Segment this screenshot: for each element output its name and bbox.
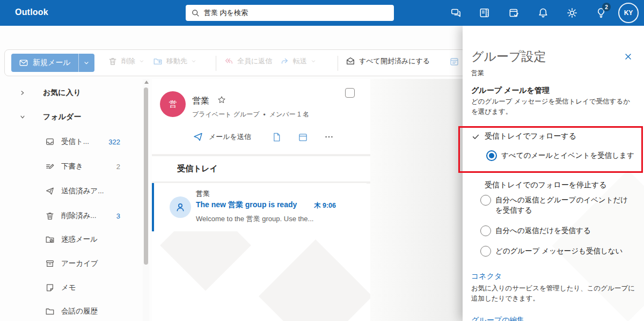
folder-move-icon bbox=[153, 56, 163, 66]
reply-all-button[interactable]: 全員に返信 bbox=[224, 56, 272, 66]
edit-group-link[interactable]: グループの編集 bbox=[471, 316, 524, 321]
sidebar-item-conversation-history[interactable]: 会話の履歴 bbox=[0, 302, 141, 320]
files-icon[interactable] bbox=[272, 132, 282, 142]
radio-unselected-icon bbox=[480, 195, 491, 206]
close-icon[interactable] bbox=[624, 53, 632, 61]
forward-button[interactable]: 転送 bbox=[280, 56, 316, 66]
sidebar-item-sent[interactable]: 送信済みア... bbox=[0, 182, 141, 200]
tasks-calendar-icon[interactable] bbox=[508, 6, 521, 19]
group-header-card: 営 営業 プライベート グループ • メンバー 1 名 メールを送信 bbox=[152, 81, 367, 154]
favorite-star-icon[interactable] bbox=[217, 96, 226, 104]
drafts-label: 下書き bbox=[61, 162, 83, 171]
notifications-bell-icon[interactable] bbox=[537, 6, 550, 19]
message-list-pane: 営 営業 プライベート グループ • メンバー 1 名 メールを送信 bbox=[152, 79, 370, 321]
move-to-button[interactable]: 移動先 bbox=[153, 56, 196, 66]
radio-replies-and-events-label: 自分への返信とグループのイベントだけを受信する bbox=[495, 195, 632, 215]
search-icon bbox=[191, 9, 200, 17]
send-mail-label[interactable]: メールを送信 bbox=[209, 132, 251, 142]
message-sender: 営業 bbox=[196, 189, 210, 199]
new-mail-button[interactable]: 新規メール bbox=[11, 54, 94, 72]
radio-replies-only[interactable]: 自分への返信だけを受信する bbox=[480, 225, 632, 236]
new-mail-dropdown[interactable] bbox=[78, 54, 94, 72]
sidebar-item-drafts[interactable]: 下書き 2 bbox=[0, 157, 141, 176]
sidebar-item-folders[interactable]: フォルダー bbox=[0, 108, 141, 126]
manage-mail-description: どのグループ メッセージを受信トレイで受信するかを選びます。 bbox=[471, 97, 636, 117]
radio-unselected-icon bbox=[480, 246, 491, 257]
search-input[interactable]: 営業 内を検索 bbox=[186, 5, 394, 21]
inbox-title: 受信トレイ bbox=[177, 164, 218, 174]
message-preview: Welcome to the 営業 group. Use the... bbox=[196, 214, 313, 224]
radio-replies-only-label: 自分への返信だけを受信する bbox=[495, 225, 591, 236]
mark-all-read-button[interactable]: すべて開封済みにする bbox=[346, 56, 430, 66]
chevron-right-icon bbox=[19, 90, 26, 96]
group-name: 営業 bbox=[192, 96, 209, 107]
forward-label: 転送 bbox=[293, 56, 307, 66]
folder-sidebar: お気に入り フォルダー 受信ト... 322 下書き 2 bbox=[0, 79, 152, 321]
chat-icon[interactable] bbox=[450, 6, 463, 19]
chevron-down-icon bbox=[311, 59, 316, 64]
drafts-count: 2 bbox=[101, 163, 120, 171]
favorites-label: お気に入り bbox=[43, 88, 81, 98]
tips-badge: 2 bbox=[602, 3, 611, 11]
trash-icon bbox=[45, 211, 55, 221]
sidebar-item-inbox[interactable]: 受信ト... 322 bbox=[0, 133, 141, 151]
tips-lightbulb-icon[interactable]: 2 bbox=[595, 6, 608, 19]
new-mail-label: 新規メール bbox=[33, 58, 71, 68]
scrollbar-thumb[interactable] bbox=[144, 87, 148, 265]
radio-all-mail-events[interactable]: すべてのメールとイベントを受信します bbox=[486, 150, 636, 161]
message-time: 木 9:06 bbox=[314, 201, 336, 210]
message-list-item[interactable]: 営業 The new 営業 group is ready 木 9:06 Welc… bbox=[152, 183, 367, 231]
trash-icon bbox=[108, 56, 118, 66]
reply-all-label: 全員に返信 bbox=[237, 56, 272, 66]
sync-partial-icon bbox=[449, 56, 460, 67]
group-subtitle: プライベート グループ • メンバー 1 名 bbox=[192, 110, 309, 119]
inbox-icon bbox=[45, 137, 55, 147]
inbox-label: 受信ト... bbox=[61, 137, 89, 147]
radio-no-messages-label: どのグループ メッセージも受信しない bbox=[495, 246, 623, 257]
scrollbar-up-arrow[interactable] bbox=[144, 81, 149, 84]
follow-inbox-label: 受信トレイでフォローする bbox=[485, 132, 576, 141]
forward-arrow-icon bbox=[280, 56, 289, 66]
group-member-count[interactable]: メンバー 1 名 bbox=[269, 110, 309, 119]
sidebar-item-favorites[interactable]: お気に入り bbox=[0, 84, 141, 102]
mail-open-icon bbox=[346, 56, 355, 66]
calendar-icon[interactable] bbox=[298, 132, 308, 142]
mail-envelope-icon bbox=[19, 58, 28, 68]
folders-label: フォルダー bbox=[43, 112, 81, 122]
account-avatar[interactable]: KY bbox=[618, 3, 639, 23]
sent-label: 送信済みア... bbox=[61, 186, 104, 196]
follow-inbox-option[interactable]: 受信トレイでフォローする bbox=[472, 132, 576, 141]
panel-group-name: 営業 bbox=[471, 69, 484, 78]
reading-pane-empty bbox=[370, 79, 463, 321]
sidebar-item-notes[interactable]: メモ bbox=[0, 279, 141, 297]
sidebar-item-archive[interactable]: アーカイブ bbox=[0, 254, 141, 273]
send-mail-plane-icon[interactable] bbox=[193, 132, 203, 142]
move-to-label: 移動先 bbox=[166, 56, 187, 66]
sidebar-item-deleted[interactable]: 削除済み... 3 bbox=[0, 207, 141, 225]
sender-avatar bbox=[170, 196, 191, 218]
radio-no-messages[interactable]: どのグループ メッセージも受信しない bbox=[480, 246, 632, 257]
connectors-link[interactable]: コネクタ bbox=[471, 272, 502, 281]
radio-selected-icon bbox=[486, 150, 497, 161]
inbox-count: 322 bbox=[101, 138, 120, 146]
deleted-label: 削除済み... bbox=[61, 211, 97, 221]
settings-gear-icon[interactable] bbox=[566, 6, 579, 19]
sidebar-item-junk[interactable]: 迷惑メール bbox=[0, 230, 141, 249]
more-options-icon[interactable] bbox=[324, 132, 334, 142]
delete-button[interactable]: 削除 bbox=[108, 56, 144, 66]
junk-label: 迷惑メール bbox=[61, 235, 98, 244]
app-logo[interactable]: Outlook bbox=[15, 8, 48, 17]
radio-replies-and-events[interactable]: 自分への返信とグループのイベントだけを受信する bbox=[480, 195, 632, 215]
select-all-checkbox[interactable] bbox=[345, 88, 355, 98]
message-subject: The new 営業 group is ready bbox=[196, 200, 297, 210]
search-query-text: 営業 内を検索 bbox=[204, 8, 248, 18]
reply-all-arrow-icon bbox=[224, 56, 233, 66]
folder-icon bbox=[45, 307, 55, 316]
group-avatar[interactable]: 営 bbox=[160, 91, 186, 117]
archive-box-icon bbox=[45, 259, 55, 268]
feed-notebook-icon[interactable] bbox=[478, 6, 491, 19]
conversation-history-label: 会話の履歴 bbox=[61, 307, 98, 316]
panel-title: グループ設定 bbox=[471, 48, 546, 65]
radio-all-mail-events-label: すべてのメールとイベントを受信します bbox=[501, 150, 634, 161]
delete-label: 削除 bbox=[121, 56, 135, 66]
